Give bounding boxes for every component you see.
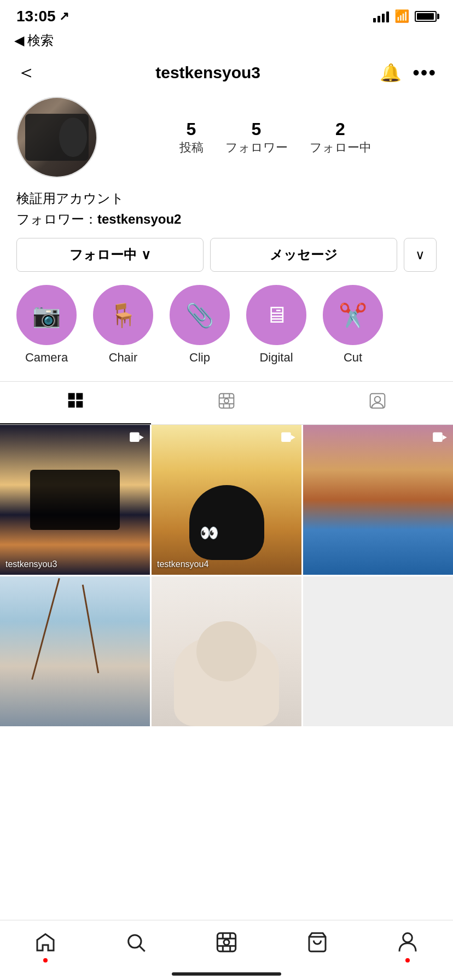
- nav-search[interactable]: [125, 931, 147, 958]
- dropdown-arrow-icon: ∨: [415, 247, 425, 262]
- following-stat[interactable]: 2 フォロー中: [310, 119, 371, 156]
- svg-rect-18: [433, 433, 443, 442]
- tagged-tab-icon: [369, 392, 386, 414]
- svg-rect-1: [76, 393, 83, 400]
- svg-point-5: [224, 399, 229, 403]
- followers-stat[interactable]: 5 フォロワー: [225, 119, 288, 156]
- highlight-camera[interactable]: 📷 Camera: [16, 285, 77, 365]
- reels-nav-icon: [216, 931, 237, 958]
- chair-highlight-icon: 🪑: [109, 302, 137, 329]
- username-tag-1: testkensyou3: [5, 559, 57, 569]
- header-right-icons: 🔔 •••: [380, 61, 437, 84]
- reels-tab-icon: [218, 392, 235, 414]
- tab-grid[interactable]: [0, 382, 151, 424]
- highlight-chair-label: Chair: [109, 351, 138, 365]
- posts-stat: 5 投稿: [179, 119, 204, 156]
- svg-rect-2: [68, 401, 75, 407]
- posts-label: 投稿: [179, 139, 204, 156]
- profile-info: 5 投稿 5 フォロワー 2 フォロー中: [0, 91, 453, 186]
- svg-point-23: [224, 940, 229, 945]
- svg-point-13: [375, 396, 381, 402]
- followers-count: 5: [225, 119, 288, 139]
- home-icon: [34, 931, 56, 958]
- svg-rect-14: [130, 433, 140, 442]
- highlight-digital[interactable]: 🖥 Digital: [246, 285, 306, 365]
- battery-icon: [415, 11, 437, 22]
- home-dot: [43, 958, 48, 962]
- grid-tab-icon: [67, 392, 84, 413]
- svg-point-20: [129, 935, 141, 948]
- profile-username: testkensyou3: [36, 63, 380, 82]
- highlight-camera-label: Camera: [25, 351, 68, 365]
- svg-marker-17: [291, 435, 295, 440]
- svg-rect-22: [217, 933, 235, 951]
- grid-item-3[interactable]: [303, 425, 453, 575]
- bio-follower-note: フォロワー：testkensyou2: [16, 209, 437, 229]
- action-buttons: フォロー中 ∨ メッセージ ∨: [0, 238, 453, 285]
- status-bar: 13:05 ↗ 📶: [0, 0, 453, 30]
- username-tag-2: testkensyou4: [157, 559, 208, 569]
- bottom-nav: [0, 920, 453, 980]
- status-icons: 📶: [373, 9, 437, 24]
- highlight-chair[interactable]: 🪑 Chair: [93, 285, 153, 365]
- message-button[interactable]: メッセージ: [210, 238, 397, 272]
- nav-home[interactable]: [34, 931, 56, 958]
- bio-follower-name[interactable]: testkensyou2: [97, 212, 181, 226]
- follow-button[interactable]: フォロー中 ∨: [16, 238, 204, 272]
- highlight-cut-circle: ✂️: [323, 285, 383, 345]
- highlights-row: 📷 Camera 🪑 Chair 📎 Clip 🖥 Digital ✂️ Cut: [0, 285, 453, 381]
- svg-marker-15: [140, 435, 144, 440]
- notification-bell-icon[interactable]: 🔔: [380, 62, 402, 83]
- svg-rect-16: [281, 433, 291, 442]
- more-options-icon[interactable]: •••: [413, 61, 437, 84]
- profile-bio: 検証用アカウント フォロワー：testkensyou2: [0, 186, 453, 238]
- back-label: 検索: [27, 32, 54, 49]
- tab-tagged[interactable]: [302, 382, 453, 424]
- svg-rect-4: [219, 394, 234, 409]
- following-label: フォロー中: [310, 139, 371, 156]
- nav-reels[interactable]: [216, 931, 237, 958]
- tab-reels[interactable]: [151, 382, 302, 424]
- back-arrow-icon: ◀: [14, 33, 24, 48]
- grid-item-4[interactable]: [0, 576, 150, 726]
- nav-profile[interactable]: [397, 931, 419, 958]
- highlight-camera-circle: 📷: [16, 285, 77, 345]
- profile-header: ＜ testkensyou3 🔔 •••: [0, 54, 453, 91]
- svg-line-21: [140, 947, 145, 952]
- video-icon-1: [129, 430, 144, 449]
- cut-highlight-icon: ✂️: [339, 302, 367, 329]
- profile-nav-icon: [397, 931, 419, 958]
- grid-item-2[interactable]: testkensyou4: [152, 425, 301, 575]
- grid-item-1[interactable]: testkensyou3: [0, 425, 150, 575]
- followers-label: フォロワー: [225, 139, 288, 156]
- content-tabs: [0, 381, 453, 425]
- home-indicator: [172, 972, 281, 976]
- highlight-clip-label: Clip: [189, 351, 210, 365]
- status-time: 13:05: [16, 8, 56, 25]
- following-count: 2: [310, 119, 371, 139]
- location-arrow-icon: ↗: [59, 9, 69, 24]
- video-icon-2: [281, 430, 296, 449]
- camera-highlight-icon: 📷: [32, 302, 61, 329]
- signal-bars-icon: [373, 10, 389, 22]
- highlight-cut[interactable]: ✂️ Cut: [323, 285, 383, 365]
- highlight-digital-label: Digital: [259, 351, 293, 365]
- svg-point-31: [403, 933, 413, 942]
- digital-highlight-icon: 🖥: [265, 302, 288, 328]
- more-dropdown-button[interactable]: ∨: [404, 238, 437, 272]
- clip-highlight-icon: 📎: [185, 302, 214, 329]
- photo-grid: testkensyou3 testkensyou4: [0, 425, 453, 726]
- avatar: [16, 97, 97, 178]
- search-icon: [125, 931, 147, 958]
- nav-shop[interactable]: [306, 931, 328, 958]
- wifi-icon: 📶: [394, 9, 409, 24]
- grid-item-5[interactable]: [152, 576, 301, 726]
- back-to-search[interactable]: ◀ 検索: [0, 30, 453, 54]
- highlight-cut-label: Cut: [344, 351, 362, 365]
- grid-item-6[interactable]: [303, 576, 453, 726]
- follow-dropdown-icon: ∨: [141, 247, 151, 262]
- bio-line1: 検証用アカウント: [16, 189, 437, 208]
- profile-dot: [405, 958, 410, 962]
- header-back-button[interactable]: ＜: [16, 59, 36, 86]
- highlight-clip[interactable]: 📎 Clip: [170, 285, 230, 365]
